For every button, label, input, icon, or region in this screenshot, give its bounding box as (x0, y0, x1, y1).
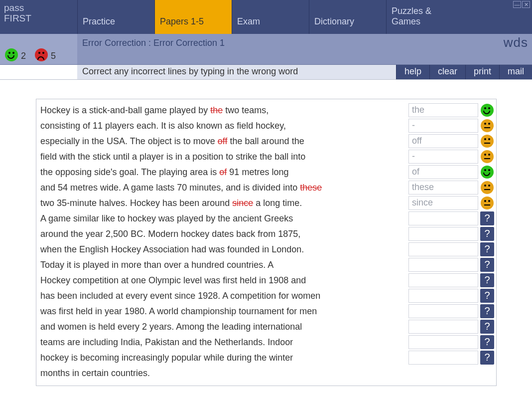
line-text: Hockey is a stick-and-ball game played b… (36, 103, 408, 118)
hint-button[interactable]: ? (480, 351, 494, 365)
nav-tab-practice[interactable]: Practice (77, 0, 154, 34)
exercise-line: field with the stick until a player is i… (36, 149, 496, 164)
app-logo: pass FIRST (0, 0, 77, 34)
line-text: and women is held every 2 years. Among t… (36, 319, 408, 334)
exercise-line: the opposing side's goal. The playing ar… (36, 164, 496, 180)
answer-input[interactable] (409, 351, 478, 364)
exercise-line: teams are including India, Pakistan and … (36, 334, 496, 350)
answer-input[interactable] (409, 150, 478, 163)
window-controls: — ✕ (513, 1, 530, 8)
nav-tab-papers-1-5[interactable]: Papers 1-5 (154, 0, 232, 34)
nav-tab-exam[interactable]: Exam (232, 0, 309, 34)
hint-button[interactable]: ? (480, 273, 494, 287)
struck-word: of (219, 167, 227, 177)
minimize-button[interactable]: — (513, 1, 521, 8)
happy-face-icon (5, 48, 18, 61)
nav-tab-puzzles-games[interactable]: Puzzles & Games (386, 0, 463, 34)
line-text: around the year 2,500 BC. Modern hockey … (36, 226, 408, 241)
answer-input[interactable] (409, 305, 478, 318)
happy-face-icon (481, 166, 494, 179)
hint-button[interactable]: ? (480, 320, 494, 334)
answer-input[interactable] (409, 181, 478, 194)
answer-input[interactable] (409, 258, 478, 271)
line-text: Hockey competition at one Olympic level … (36, 273, 408, 288)
answer-input[interactable] (409, 336, 478, 349)
neutral-face-icon (481, 197, 494, 209)
exercise-line: Today it is played in more than over a h… (36, 257, 496, 272)
sad-face-icon (35, 48, 48, 61)
line-text: teams are including India, Pakistan and … (36, 335, 408, 350)
hint-button[interactable]: ? (480, 335, 494, 349)
exercise-line: two 35-minute halves. Hockey has been ar… (36, 195, 496, 210)
instruction-text: Correct any incorrect lines by typing in… (77, 65, 396, 79)
nav-tab-dictionary[interactable]: Dictionary (309, 0, 386, 34)
answer-input[interactable] (409, 320, 478, 333)
logo-line2: FIRST (4, 13, 73, 24)
line-text: hockey is becoming increasingly popular … (36, 350, 408, 365)
line-text: field with the stick until a player is i… (36, 149, 408, 164)
print-button[interactable]: print (465, 65, 499, 79)
struck-word: the (210, 105, 223, 115)
happy-face-icon (481, 104, 494, 117)
mail-button[interactable]: mail (499, 65, 532, 79)
exercise-line: A game similar like to hockey was played… (36, 210, 496, 226)
answer-input[interactable] (409, 274, 478, 287)
hint-button[interactable]: ? (480, 227, 494, 241)
score-box: 2 5 (0, 34, 77, 64)
exercise-line: months in certain countries. (36, 365, 496, 381)
line-text: when the English Hockey Association had … (36, 242, 408, 257)
answer-input[interactable] (409, 289, 478, 302)
exercise-line: Hockey is a stick-and-ball game played b… (36, 102, 496, 118)
struck-word: these (300, 183, 322, 193)
clear-button[interactable]: clear (429, 65, 465, 79)
instruction-bar: Correct any incorrect lines by typing in… (0, 65, 532, 80)
exercise-line: around the year 2,500 BC. Modern hockey … (36, 226, 496, 241)
line-text: months in certain countries. (36, 366, 406, 381)
exercise-line: Hockey competition at one Olympic level … (36, 272, 496, 288)
exercise-line: especially in the USA. The object is to … (36, 133, 496, 149)
line-text: has been included at every event since 1… (36, 288, 408, 303)
hint-button[interactable]: ? (480, 211, 494, 225)
exercise-line: hockey is becoming increasingly popular … (36, 350, 496, 365)
neutral-face-icon (481, 119, 494, 132)
answer-input[interactable] (409, 227, 478, 240)
exercise-line: and 54 metres wide. A game lasts 70 minu… (36, 180, 496, 195)
sub-bar: 2 5 Error Correction : Error Correction … (0, 34, 532, 65)
close-button[interactable]: ✕ (522, 1, 530, 8)
struck-word: since (232, 198, 253, 208)
line-text: especially in the USA. The object is to … (36, 134, 408, 149)
exercise-box: Hockey is a stick-and-ball game played b… (36, 99, 497, 386)
line-text: A game similar like to hockey was played… (36, 211, 408, 226)
line-text: two 35-minute halves. Hockey has been ar… (36, 196, 408, 210)
exercise-line: consisting of 11 players each. It is als… (36, 118, 496, 133)
neutral-face-icon (481, 150, 494, 163)
answer-input[interactable] (409, 243, 478, 256)
correct-count: 2 (21, 51, 26, 61)
answer-input[interactable] (409, 104, 478, 117)
neutral-face-icon (481, 181, 494, 194)
hint-button[interactable]: ? (480, 242, 494, 256)
incorrect-count: 5 (51, 51, 56, 61)
help-button[interactable]: help (396, 65, 429, 79)
answer-input[interactable] (409, 197, 478, 209)
answer-input[interactable] (409, 135, 478, 148)
hint-button[interactable]: ? (480, 289, 494, 303)
struck-word: off (218, 136, 228, 146)
hint-button[interactable]: ? (480, 304, 494, 318)
exercise-line: and women is held every 2 years. Among t… (36, 319, 496, 334)
neutral-face-icon (481, 135, 494, 148)
logo-line1: pass (4, 3, 73, 13)
hint-button[interactable]: ? (480, 258, 494, 272)
exercise-line: was first held in year 1980. A world cha… (36, 303, 496, 319)
line-text: was first held in year 1980. A world cha… (36, 304, 408, 319)
line-text: and 54 metres wide. A game lasts 70 minu… (36, 180, 408, 195)
answer-input[interactable] (409, 119, 478, 132)
line-text: consisting of 11 players each. It is als… (36, 118, 408, 133)
answer-input[interactable] (409, 212, 478, 225)
line-text: Today it is played in more than over a h… (36, 257, 408, 272)
brand-label: wds (504, 35, 528, 50)
line-text: the opposing side's goal. The playing ar… (36, 165, 408, 180)
answer-input[interactable] (409, 166, 478, 179)
exercise-line: when the English Hockey Association had … (36, 241, 496, 257)
exercise-line: has been included at every event since 1… (36, 288, 496, 303)
